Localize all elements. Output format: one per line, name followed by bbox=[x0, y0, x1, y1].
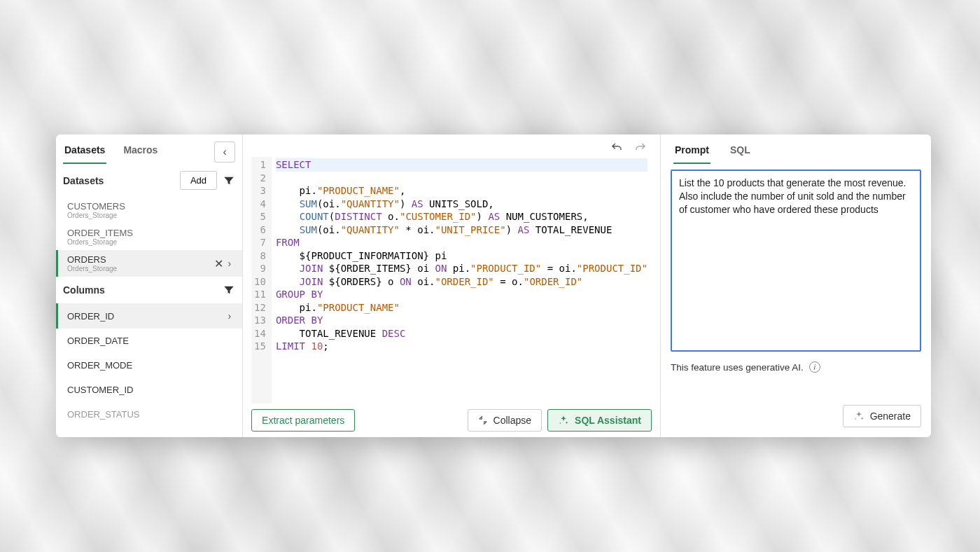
datasets-section-title: Datasets bbox=[63, 175, 174, 186]
ai-disclaimer-text: This feature uses generative AI. bbox=[671, 362, 804, 373]
ai-disclaimer: This feature uses generative AI. i bbox=[671, 361, 921, 373]
sidebar: Datasets Macros ‹ Datasets Add CUSTOMERS… bbox=[56, 134, 243, 437]
dataset-source: Orders_Storage bbox=[67, 238, 231, 246]
column-item-selected[interactable]: ORDER_ID › bbox=[56, 303, 242, 329]
dataset-source: Orders_Storage bbox=[67, 265, 210, 272]
filter-icon[interactable] bbox=[223, 284, 235, 296]
column-item[interactable]: ORDER_MODE bbox=[56, 353, 242, 378]
code-content: SELECT pi."PRODUCT_NAME", SUM(oi."QUANTI… bbox=[272, 157, 652, 403]
dataset-item[interactable]: CUSTOMERS Orders_Storage bbox=[56, 197, 242, 223]
columns-list: ORDER_ID › ORDER_DATE ORDER_MODE CUSTOME… bbox=[56, 303, 242, 437]
dataset-name: ORDER_ITEMS bbox=[67, 228, 231, 238]
tab-sql[interactable]: SQL bbox=[729, 140, 752, 164]
app-window: Datasets Macros ‹ Datasets Add CUSTOMERS… bbox=[56, 134, 931, 437]
tab-macros[interactable]: Macros bbox=[122, 140, 159, 164]
dataset-item-selected[interactable]: ORDERS Orders_Storage ✕ › bbox=[56, 250, 242, 277]
redo-icon[interactable] bbox=[634, 142, 648, 154]
sparkle-icon bbox=[853, 410, 864, 422]
columns-section-title: Columns bbox=[63, 284, 217, 296]
collapse-label: Collapse bbox=[493, 415, 531, 426]
editor-buttons: Extract parameters Collapse SQL Assistan… bbox=[251, 403, 652, 432]
filter-icon[interactable] bbox=[223, 174, 235, 187]
generate-button[interactable]: Generate bbox=[843, 405, 921, 427]
dataset-name: ORDERS bbox=[67, 254, 210, 265]
sql-editor[interactable]: 123456789101112131415 SELECT pi."PRODUCT… bbox=[251, 157, 652, 403]
info-icon[interactable]: i bbox=[809, 361, 820, 373]
chevron-right-icon[interactable]: › bbox=[227, 258, 231, 269]
tab-prompt[interactable]: Prompt bbox=[673, 140, 710, 164]
sql-assistant-button[interactable]: SQL Assistant bbox=[547, 409, 652, 432]
column-name: ORDER_MODE bbox=[67, 360, 231, 371]
remove-dataset-icon[interactable]: ✕ bbox=[214, 257, 223, 270]
extract-parameters-button[interactable]: Extract parameters bbox=[251, 409, 355, 432]
column-name: ORDER_STATUS bbox=[67, 409, 231, 420]
generate-row: Generate bbox=[671, 405, 921, 427]
collapse-button[interactable]: Collapse bbox=[468, 409, 542, 432]
line-gutter: 123456789101112131415 bbox=[251, 157, 272, 403]
column-item[interactable]: ORDER_STATUS bbox=[56, 402, 242, 427]
prompt-input[interactable] bbox=[671, 170, 921, 352]
tab-datasets[interactable]: Datasets bbox=[63, 140, 106, 164]
datasets-section-header: Datasets Add bbox=[56, 164, 242, 197]
column-name: CUSTOMER_ID bbox=[67, 385, 231, 395]
assistant-tabs: Prompt SQL bbox=[671, 140, 921, 164]
column-name: ORDER_ID bbox=[67, 311, 227, 322]
collapse-sidebar-button[interactable]: ‹ bbox=[214, 142, 235, 163]
sidebar-tabs-row: Datasets Macros ‹ bbox=[56, 134, 242, 164]
column-item[interactable]: CUSTOMER_ID bbox=[56, 378, 242, 402]
undo-icon[interactable] bbox=[610, 142, 624, 154]
datasets-list: CUSTOMERS Orders_Storage ORDER_ITEMS Ord… bbox=[56, 197, 242, 277]
add-dataset-button[interactable]: Add bbox=[180, 171, 217, 190]
assistant-panel: Prompt SQL This feature uses generative … bbox=[661, 134, 931, 437]
generate-label: Generate bbox=[870, 410, 911, 422]
columns-section-header: Columns bbox=[56, 277, 242, 303]
chevron-left-icon: ‹ bbox=[223, 146, 226, 158]
sql-assistant-label: SQL Assistant bbox=[575, 415, 641, 426]
sparkle-icon bbox=[558, 415, 569, 426]
sidebar-tabs: Datasets Macros bbox=[63, 140, 202, 164]
collapse-icon bbox=[478, 415, 488, 425]
dataset-item[interactable]: ORDER_ITEMS Orders_Storage bbox=[56, 223, 242, 250]
editor-toolbar bbox=[251, 140, 652, 157]
column-item[interactable]: ORDER_DATE bbox=[56, 329, 242, 353]
column-name: ORDER_DATE bbox=[67, 336, 231, 346]
chevron-right-icon: › bbox=[227, 310, 231, 322]
dataset-name: CUSTOMERS bbox=[67, 201, 231, 212]
editor-panel: 123456789101112131415 SELECT pi."PRODUCT… bbox=[243, 134, 661, 437]
dataset-source: Orders_Storage bbox=[67, 212, 231, 219]
